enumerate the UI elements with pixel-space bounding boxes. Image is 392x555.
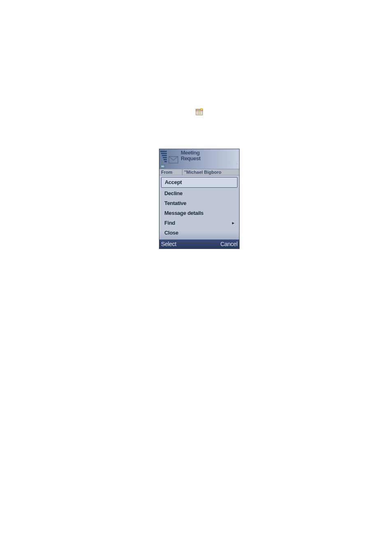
title-line-1: Meeting [181, 150, 238, 156]
header: 3G Meeting Request 1/6 › [159, 149, 239, 169]
phone-screen: 3G Meeting Request 1/6 › From "Michael B… [159, 149, 240, 249]
nav-right-icon[interactable]: › [236, 161, 238, 166]
menu-item-decline[interactable]: Decline [161, 189, 238, 198]
softkey-bar: Select Cancel [159, 240, 239, 249]
menu-item-message-details[interactable]: Message details [161, 208, 238, 218]
menu-item-label: Message details [164, 210, 203, 216]
header-title-area: Meeting Request 1/6 › [179, 149, 239, 169]
from-label: From [159, 169, 182, 175]
network-indicator: 3G [160, 165, 165, 168]
menu-item-label: Accept [165, 179, 182, 185]
submenu-arrow-icon: ▸ [232, 219, 234, 227]
left-softkey[interactable]: Select [161, 241, 176, 247]
menu-item-label: Decline [164, 190, 182, 196]
calendar-icon [196, 108, 203, 115]
menu-item-find[interactable]: Find ▸ [161, 218, 238, 228]
menu-item-tentative[interactable]: Tentative [161, 198, 238, 208]
menu-item-label: Find [164, 220, 175, 226]
right-softkey[interactable]: Cancel [220, 241, 238, 247]
message-counter: 1/6 [225, 161, 232, 166]
menu-item-label: Tentative [164, 200, 186, 206]
menu-item-accept[interactable]: Accept [161, 177, 238, 188]
svg-rect-2 [201, 108, 203, 110]
from-bar: From "Michael Bigboro [159, 169, 239, 175]
menu-item-close[interactable]: Close [161, 228, 238, 238]
menu-item-label: Close [164, 230, 178, 236]
envelope-icon [168, 149, 179, 169]
options-menu: Accept Decline Tentative Message details… [159, 175, 239, 240]
from-value: "Michael Bigboro [182, 169, 239, 175]
